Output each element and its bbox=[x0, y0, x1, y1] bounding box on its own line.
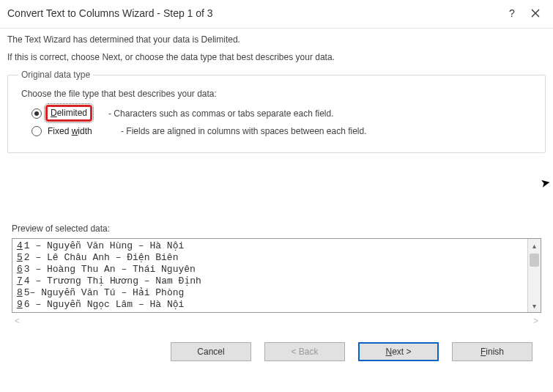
intro-line-1: The Text Wizard has determined that your… bbox=[7, 34, 546, 45]
back-button: < Back bbox=[264, 342, 345, 361]
list-item: 96 – Nguyễn Ngọc Lâm – Hà Nội bbox=[17, 299, 527, 311]
radio-icon bbox=[31, 126, 42, 136]
finish-button[interactable]: Finish bbox=[452, 342, 532, 361]
help-button[interactable]: ? bbox=[500, 4, 524, 22]
preview-box: 41 – Nguyễn Văn Hùng – Hà Nội 52 – Lê Ch… bbox=[12, 238, 541, 313]
list-item: 74 – Trương Thị Hương – Nam Định bbox=[17, 275, 527, 287]
scroll-thumb[interactable] bbox=[530, 254, 539, 267]
group-legend: Original data type bbox=[18, 70, 93, 80]
window-title: Convert Text to Columns Wizard - Step 1 … bbox=[7, 7, 500, 19]
list-item: 41 – Nguyễn Văn Hùng – Hà Nội bbox=[17, 240, 527, 252]
vertical-scrollbar[interactable]: ▴ ▾ bbox=[527, 239, 541, 312]
preview-label: Preview of selected data: bbox=[12, 223, 546, 234]
list-item: 63 – Hoàng Thu An – Thái Nguyên bbox=[17, 264, 527, 275]
wizard-body: The Text Wizard has determined that your… bbox=[0, 34, 553, 361]
scroll-up-icon[interactable]: ▴ bbox=[528, 239, 541, 252]
close-icon bbox=[531, 9, 540, 18]
scroll-right-icon[interactable]: > bbox=[533, 316, 538, 326]
horizontal-scrollbar[interactable]: < > bbox=[12, 313, 541, 329]
option-delimited[interactable]: Delimited - Characters such as commas or… bbox=[31, 105, 535, 122]
preview-list: 41 – Nguyễn Văn Hùng – Hà Nội 52 – Lê Ch… bbox=[12, 239, 527, 312]
scroll-down-icon[interactable]: ▾ bbox=[528, 299, 541, 312]
option-fixed-width[interactable]: Fixed width - Fields are aligned in colu… bbox=[31, 126, 535, 136]
choose-text: Choose the file type that best describes… bbox=[21, 89, 535, 99]
button-row: Cancel < Back Next > Finish bbox=[7, 329, 546, 361]
titlebar: Convert Text to Columns Wizard - Step 1 … bbox=[0, 0, 553, 26]
option-fixed-width-desc: - Fields are aligned in columns with spa… bbox=[121, 126, 367, 136]
radio-icon bbox=[31, 108, 42, 119]
option-delimited-label: Delimited bbox=[45, 105, 92, 122]
list-item: 85– Nguyễn Văn Tú – Hải Phòng bbox=[17, 287, 527, 299]
option-delimited-desc: - Characters such as commas or tabs sepa… bbox=[108, 108, 333, 119]
next-button[interactable]: Next > bbox=[358, 342, 439, 361]
list-item: 52 – Lê Châu Anh – Điện Biên bbox=[17, 252, 527, 264]
original-data-type-group: Original data type Choose the file type … bbox=[7, 70, 546, 153]
intro-line-2: If this is correct, choose Next, or choo… bbox=[7, 52, 546, 62]
cancel-button[interactable]: Cancel bbox=[171, 342, 251, 361]
scroll-left-icon[interactable]: < bbox=[15, 316, 20, 326]
close-button[interactable] bbox=[524, 4, 547, 22]
option-fixed-width-label: Fixed width bbox=[48, 126, 105, 136]
divider bbox=[0, 28, 553, 29]
